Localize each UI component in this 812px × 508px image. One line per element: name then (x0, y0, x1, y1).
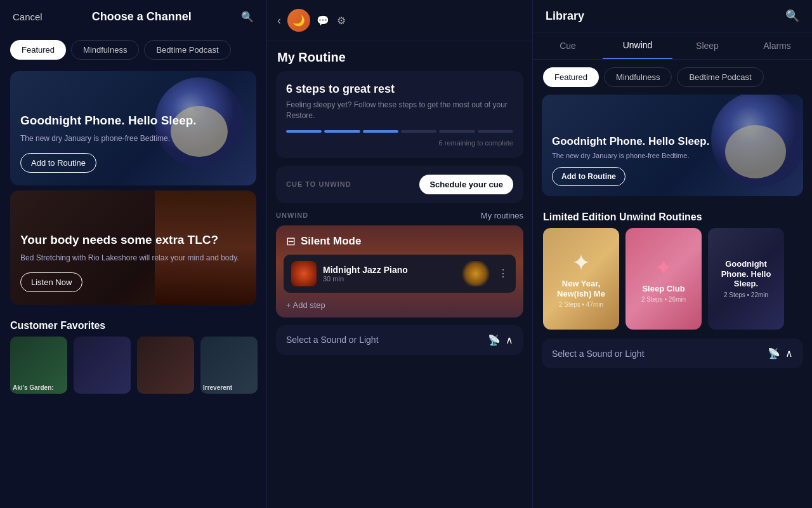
prog-bar-6 (478, 130, 513, 133)
listen-now-btn[interactable]: Listen Now (20, 272, 82, 292)
limited-card-goodnight[interactable]: Goodnight Phone. Hello Sleep. 2 Steps • … (708, 228, 784, 330)
page-title: Choose a Channel (92, 10, 192, 23)
silent-mode-header: ⊟ Silent Mode (276, 225, 523, 255)
track-name: Midnight Jazz Piano (323, 265, 454, 275)
track-menu-button[interactable]: ⋮ (498, 267, 508, 279)
wifi-icon: 📡 (488, 334, 501, 346)
tab-alarms[interactable]: Alarms (742, 32, 812, 59)
sleep-club-star-icon: ✦ (654, 255, 673, 281)
library-title: Library (546, 10, 584, 23)
avatar-emoji: 🌙 (292, 15, 305, 27)
new-year-star-icon: ✦ (572, 250, 591, 276)
unwind-header: UNWIND My routines (276, 211, 523, 220)
add-step-label: + Add step (286, 300, 325, 310)
tab-unwind[interactable]: Unwind (603, 32, 672, 59)
unwind-label: UNWIND (276, 211, 308, 219)
silent-mode-title: Silent Mode (301, 235, 361, 248)
add-to-routine-btn-right[interactable]: Add to Routine (552, 167, 625, 186)
sleep-club-title: Sleep Club (642, 284, 684, 294)
card-2-title: Your body needs some extra TLC? (20, 233, 246, 248)
right-wifi-icon: 📡 (768, 347, 780, 359)
chat-button[interactable]: 💬 (317, 15, 329, 27)
silent-icon: ⊟ (286, 234, 296, 248)
sleep-club-meta: 2 Steps • 26min (641, 296, 686, 303)
prog-bar-2 (324, 130, 360, 133)
prog-bar-4 (401, 130, 436, 133)
toolbar-icons: 💬 ⚙ (317, 15, 346, 27)
track-info: Midnight Jazz Piano 30 min (323, 265, 454, 283)
steps-remaining: 6 remaining to complete (286, 139, 513, 147)
select-sound-label: Select a Sound or Light (286, 335, 379, 345)
steps-title: 6 steps to great rest (286, 83, 513, 96)
cancel-button[interactable]: Cancel (13, 11, 43, 22)
prog-bar-5 (439, 130, 475, 133)
fav-card-1-label: Aki's Garden: (13, 384, 54, 391)
limited-card-sleep-club[interactable]: ✦ Sleep Club 2 Steps • 26min (625, 228, 702, 330)
card-1-desc: The new dry January is phone-free Bedtim… (20, 133, 246, 144)
silent-mode-card: ⊟ Silent Mode Midnight Jazz Piano 30 min… (276, 225, 523, 318)
left-header: Cancel Choose a Channel 🔍 (0, 0, 266, 34)
tab-bedtime[interactable]: Bedtime Podcast (144, 40, 230, 60)
search-icon: 🔍 (241, 11, 254, 22)
library-search-button[interactable]: 🔍 (785, 9, 799, 23)
tab-cue[interactable]: Cue (533, 32, 603, 59)
right-filter-tabs: Featured Mindfulness Bedtime Podcast (533, 60, 812, 95)
right-panel: Library 🔍 Cue Unwind Sleep Alarms Featur… (533, 0, 812, 508)
track-thumbnail (291, 261, 317, 286)
middle-header: ‹ 🌙 💬 ⚙ (267, 0, 532, 41)
left-panel: Cancel Choose a Channel 🔍 Featured Mindf… (0, 0, 266, 508)
schedule-cue-button[interactable]: Schedule your cue (419, 175, 513, 194)
right-tab-featured[interactable]: Featured (543, 67, 599, 87)
tab-sleep[interactable]: Sleep (672, 32, 742, 59)
middle-panel: ‹ 🌙 💬 ⚙ My Routine 6 steps to great rest… (266, 0, 533, 508)
my-routines-link[interactable]: My routines (481, 211, 523, 220)
nav-tabs: Cue Unwind Sleep Alarms (533, 32, 812, 60)
cue-row: CUE TO UNWIND Schedule your cue (276, 166, 523, 203)
fav-card-2[interactable] (74, 337, 131, 394)
steps-desc: Feeling sleepy yet? Follow these steps t… (286, 100, 513, 121)
avatar: 🌙 (287, 9, 310, 32)
expand-icon[interactable]: ∧ (506, 334, 513, 346)
fav-card-1[interactable]: Aki's Garden: (10, 337, 67, 394)
steps-card: 6 steps to great rest Feeling sleepy yet… (276, 71, 523, 158)
select-sound-bar[interactable]: Select a Sound or Light 📡 ∧ (276, 325, 523, 355)
feature-card-2: Your body needs some extra TLC? Bed Stre… (10, 190, 256, 305)
fav-card-3[interactable] (137, 337, 194, 394)
new-year-meta: 2 Steps • 47min (559, 301, 603, 308)
fav-card-4[interactable]: Irreverent (200, 337, 258, 394)
right-card-title: Goodnight Phone. Hello Sleep. (552, 135, 793, 148)
right-sound-label: Select a Sound or Light (552, 349, 645, 359)
goodnight-title: Goodnight Phone. Hello Sleep. (713, 259, 779, 289)
tab-mindfulness[interactable]: Mindfulness (71, 40, 139, 60)
cue-label: CUE TO UNWIND (286, 180, 351, 188)
back-icon: ‹ (277, 14, 281, 27)
right-feature-card: Goodnight Phone. Hello Sleep. The new dr… (542, 95, 803, 196)
limited-card-new-year[interactable]: ✦ New Year, New(ish) Me 2 Steps • 47min (543, 228, 619, 330)
customer-favorites-title: Customer Favorites (0, 310, 266, 337)
right-sound-bar[interactable]: Select a Sound or Light 📡 ∧ (542, 338, 803, 368)
right-card-content: Goodnight Phone. Hello Sleep. The new dr… (542, 125, 803, 196)
card-2-desc: Bed Stretching with Rio Lakeshore will r… (20, 253, 246, 264)
settings-button[interactable]: ⚙ (337, 15, 346, 27)
right-tab-mindfulness[interactable]: Mindfulness (604, 67, 672, 87)
back-button[interactable]: ‹ (277, 14, 281, 27)
prog-bar-3 (363, 130, 398, 133)
search-button[interactable]: 🔍 (241, 11, 254, 23)
card-1-title: Goodnight Phone. Hello Sleep. (20, 114, 246, 128)
add-to-routine-btn-1[interactable]: Add to Routine (20, 153, 96, 173)
track-visualization (460, 261, 492, 286)
sound-icons: 📡 ∧ (488, 334, 513, 346)
new-year-title: New Year, New(ish) Me (548, 279, 614, 298)
add-step-row[interactable]: + Add step (276, 293, 523, 318)
left-tab-row: Featured Mindfulness Bedtime Podcast (0, 34, 266, 66)
track-row[interactable]: Midnight Jazz Piano 30 min ⋮ (284, 255, 516, 293)
my-routine-title: My Routine (267, 41, 532, 71)
right-tab-bedtime[interactable]: Bedtime Podcast (677, 67, 763, 87)
tab-featured[interactable]: Featured (10, 40, 66, 60)
right-expand-icon[interactable]: ∧ (785, 347, 793, 359)
right-card-desc: The new dry January is phone-free Bedtim… (552, 152, 793, 159)
card-2-content: Your body needs some extra TLC? Bed Stre… (10, 220, 256, 305)
feature-card-1: Goodnight Phone. Hello Sleep. The new dr… (10, 71, 256, 185)
goodnight-meta: 2 Steps • 22min (724, 291, 768, 298)
customer-favorites-row: Aki's Garden: Irreverent (0, 337, 266, 404)
